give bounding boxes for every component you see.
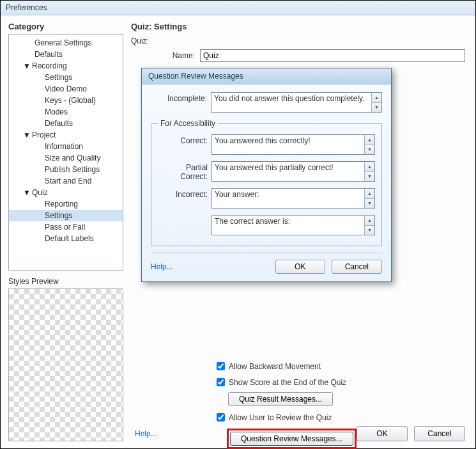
- spinner[interactable]: ▲▼: [364, 162, 374, 181]
- tree-defaults[interactable]: Defaults: [9, 49, 123, 60]
- chevron-down-icon[interactable]: ▼: [372, 103, 381, 113]
- tree-quiz-pass-fail[interactable]: Pass or Fail: [9, 221, 123, 233]
- incorrect-input[interactable]: Your answer: ▲▼: [211, 188, 375, 209]
- name-input[interactable]: [200, 49, 465, 62]
- quiz-result-messages-button[interactable]: Quiz Result Messages...: [228, 392, 333, 406]
- show-score-checkbox[interactable]: [217, 378, 225, 386]
- chevron-down-icon[interactable]: ▼: [365, 172, 374, 182]
- tree-item-label: Quiz: [32, 188, 48, 197]
- quiz-label: Quiz:: [131, 36, 465, 45]
- chevron-up-icon[interactable]: ▲: [365, 135, 374, 145]
- correct-answer-text[interactable]: The correct answer is:: [212, 216, 364, 235]
- category-tree[interactable]: General Settings Defaults ▼Recording Set…: [8, 34, 123, 271]
- tree-project[interactable]: ▼Project: [9, 129, 123, 141]
- correct-answer-row: The correct answer is: ▲▼: [158, 215, 375, 235]
- correct-input[interactable]: You answered this correctly! ▲▼: [211, 134, 375, 155]
- correct-label: Correct:: [158, 134, 208, 145]
- tree-recording-keys[interactable]: Keys - (Global): [9, 95, 123, 106]
- allow-review-label: Allow User to Review the Quiz: [229, 413, 332, 422]
- spinner[interactable]: ▲▼: [364, 135, 374, 154]
- incorrect-text[interactable]: Your answer:: [212, 189, 364, 208]
- chevron-down-icon[interactable]: ▼: [365, 199, 374, 209]
- preferences-window: Preferences Category General Settings De…: [0, 0, 476, 449]
- accessibility-legend: For Accessibility: [158, 119, 218, 128]
- correct-answer-label: [158, 215, 208, 217]
- tree-project-publish[interactable]: Publish Settings: [9, 164, 123, 175]
- chevron-down-icon[interactable]: ▼: [365, 145, 374, 155]
- incomplete-label: Incomplete:: [151, 92, 207, 103]
- partial-correct-label: Partial Correct:: [158, 161, 208, 181]
- accessibility-group: For Accessibility Correct: You answered …: [151, 119, 382, 246]
- tree-project-start-end[interactable]: Start and End: [9, 175, 123, 187]
- incorrect-label: Incorrect:: [158, 188, 208, 199]
- allow-review-row: Allow User to Review the Quiz: [214, 411, 465, 423]
- chevron-down-icon: ▼: [23, 188, 29, 197]
- help-link[interactable]: Help...: [135, 429, 157, 438]
- allow-review-checkbox[interactable]: [217, 413, 225, 421]
- chevron-down-icon[interactable]: ▼: [365, 226, 374, 235]
- styles-preview-label: Styles Preview: [8, 277, 123, 286]
- styles-preview-area: [8, 288, 123, 441]
- tree-recording-modes[interactable]: Modes: [9, 106, 123, 118]
- page-title: Quiz: Settings: [131, 22, 465, 31]
- incomplete-input[interactable]: You did not answer this question complet…: [211, 92, 382, 113]
- tree-recording-video-demo[interactable]: Video Demo: [9, 83, 123, 95]
- chevron-down-icon: ▼: [23, 130, 29, 139]
- tree-item-label: Project: [32, 130, 56, 139]
- correct-answer-input[interactable]: The correct answer is: ▲▼: [211, 215, 375, 235]
- question-review-messages-dialog: Question Review Messages Incomplete: You…: [141, 68, 392, 282]
- chevron-up-icon[interactable]: ▲: [372, 93, 381, 103]
- partial-correct-text[interactable]: You answered this partially correct!: [212, 162, 364, 181]
- incomplete-row: Incomplete: You did not answer this ques…: [151, 92, 382, 113]
- tree-item-label: Recording: [32, 61, 67, 70]
- dialog-cancel-button[interactable]: Cancel: [332, 260, 382, 274]
- show-score-label: Show Score at the End of the Quiz: [229, 378, 346, 387]
- spinner[interactable]: ▲▼: [371, 93, 381, 112]
- window-title: Preferences: [1, 1, 475, 15]
- incorrect-row: Incorrect: Your answer: ▲▼: [158, 188, 375, 209]
- correct-row: Correct: You answered this correctly! ▲▼: [158, 134, 375, 155]
- tree-project-information[interactable]: Information: [9, 141, 123, 152]
- chevron-up-icon[interactable]: ▲: [365, 216, 374, 226]
- name-row: Name:: [131, 49, 465, 62]
- tree-recording-settings[interactable]: Settings: [9, 72, 123, 83]
- tree-quiz[interactable]: ▼Quiz: [9, 187, 123, 198]
- allow-backward-row: Allow Backward Movement: [214, 360, 465, 372]
- incomplete-text[interactable]: You did not answer this question complet…: [211, 93, 371, 112]
- name-label: Name:: [131, 51, 195, 60]
- chevron-up-icon[interactable]: ▲: [365, 162, 374, 172]
- tree-recording[interactable]: ▼Recording: [9, 60, 123, 72]
- cancel-button[interactable]: Cancel: [414, 426, 465, 441]
- dialog-title: Question Review Messages: [142, 68, 391, 84]
- ok-button[interactable]: OK: [357, 426, 408, 441]
- tree-recording-defaults[interactable]: Defaults: [9, 118, 123, 129]
- partial-correct-row: Partial Correct: You answered this parti…: [158, 161, 375, 182]
- allow-backward-label: Allow Backward Movement: [229, 362, 321, 371]
- dialog-body: Incomplete: You did not answer this ques…: [142, 84, 391, 281]
- tree-quiz-default-labels[interactable]: Default Labels: [9, 233, 123, 244]
- dialog-help-link[interactable]: Help...: [151, 262, 173, 271]
- chevron-up-icon[interactable]: ▲: [365, 189, 374, 199]
- tree-project-size-quality[interactable]: Size and Quality: [9, 152, 123, 164]
- chevron-down-icon: ▼: [23, 61, 29, 70]
- dialog-bottom-bar: Help... OK Cancel: [151, 253, 382, 274]
- category-heading: Category: [8, 22, 123, 31]
- tree-quiz-reporting[interactable]: Reporting: [9, 198, 123, 210]
- dialog-ok-button[interactable]: OK: [275, 260, 325, 274]
- allow-backward-checkbox[interactable]: [217, 362, 225, 370]
- show-score-row: Show Score at the End of the Quiz: [214, 376, 465, 388]
- correct-text[interactable]: You answered this correctly!: [212, 135, 364, 154]
- tree-quiz-settings[interactable]: Settings: [9, 210, 123, 221]
- bottom-bar: Help... OK Cancel: [135, 426, 465, 441]
- spinner[interactable]: ▲▼: [364, 216, 374, 235]
- spinner[interactable]: ▲▼: [364, 189, 374, 208]
- left-column: Category General Settings Defaults ▼Reco…: [1, 15, 128, 448]
- tree-general-settings[interactable]: General Settings: [9, 37, 123, 49]
- partial-correct-input[interactable]: You answered this partially correct! ▲▼: [211, 161, 375, 182]
